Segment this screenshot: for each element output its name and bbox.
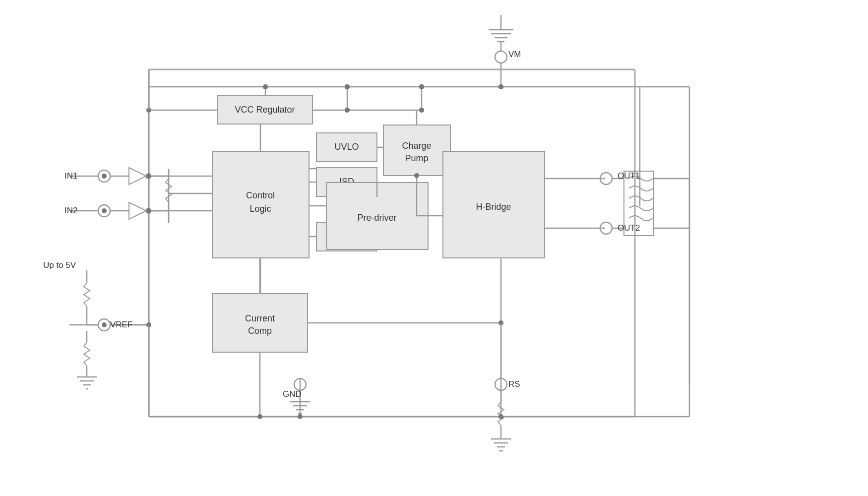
svg-text:UVLO: UVLO [334,142,359,152]
out2-label: OUT2 [618,223,640,233]
svg-point-7 [495,51,507,63]
svg-point-106 [298,414,303,419]
svg-point-132 [146,208,151,213]
in1-label: IN1 [64,171,77,181]
svg-text:Charge: Charge [402,141,431,151]
upto5v-label: Up to 5V [43,260,76,270]
svg-point-130 [146,174,151,179]
svg-text:Logic: Logic [249,204,271,214]
svg-text:Current: Current [245,313,275,323]
svg-text:Control: Control [246,190,275,200]
svg-point-149 [345,108,350,113]
svg-text:Pump: Pump [405,153,428,163]
svg-point-119 [257,414,262,419]
gnd-label: GND [283,389,302,399]
in2-label: IN2 [64,206,77,215]
svg-point-152 [419,84,424,89]
rs-label: RS [508,379,520,389]
svg-text:VCC Regulator: VCC Regulator [235,105,295,115]
svg-text:Comp: Comp [248,326,272,336]
svg-text:Pre-driver: Pre-driver [357,213,396,223]
vm-label: VM [508,50,521,59]
svg-point-76 [102,208,107,213]
vref-label: VREF [110,320,132,329]
svg-point-153 [498,84,503,89]
out1-label: OUT1 [618,171,640,181]
svg-point-154 [263,84,268,89]
svg-point-93 [102,322,107,327]
svg-point-150 [419,108,424,113]
svg-point-151 [345,84,350,89]
svg-text:H-Bridge: H-Bridge [476,202,511,212]
svg-marker-69 [129,202,146,219]
svg-point-138 [414,173,419,178]
